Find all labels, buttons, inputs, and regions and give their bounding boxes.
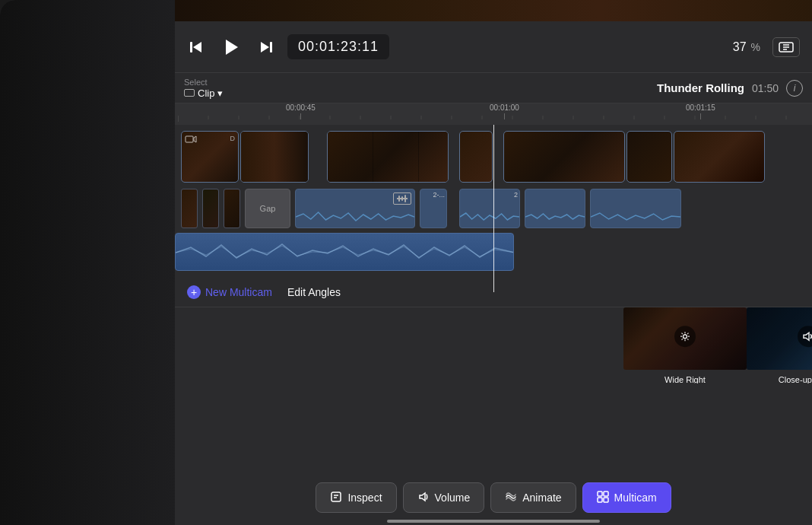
device-frame: 00:01:23:11 37 % Select <box>0 0 812 525</box>
multicam-label: Multicam <box>614 492 657 504</box>
clip-selector[interactable]: Clip ▾ <box>184 88 223 99</box>
timecode-display: 00:01:23:11 <box>287 34 389 59</box>
svg-point-32 <box>684 335 687 339</box>
volume-button[interactable]: Volume <box>403 482 485 513</box>
animate-button[interactable]: Animate <box>490 482 576 513</box>
svg-marker-31 <box>194 136 196 142</box>
zoom-unit: % <box>751 41 760 53</box>
multicam-button[interactable]: Multicam <box>582 482 671 513</box>
animate-icon <box>505 491 517 505</box>
angle-thumbnails: Wide Right Close- <box>623 307 812 383</box>
svg-rect-37 <box>331 492 341 501</box>
edit-angles-label: Edit Angles <box>287 286 341 298</box>
left-panel <box>0 0 175 525</box>
clip-icon <box>184 89 195 97</box>
angle-thumb-wide-right[interactable]: Wide Right <box>623 307 747 383</box>
multicam-clip-2[interactable]: 2-... <box>420 189 447 228</box>
clip-label: Clip <box>198 88 214 99</box>
inspect-label: Inspect <box>347 492 382 504</box>
select-label: Select <box>184 78 223 87</box>
svg-rect-0 <box>190 42 192 52</box>
preview-strip <box>175 0 812 21</box>
track-duration: 01:50 <box>752 82 779 94</box>
video-clip-7[interactable] <box>674 131 765 183</box>
animate-label: Animate <box>522 492 561 504</box>
plus-icon: + <box>187 285 201 299</box>
select-right: Thunder Rolling 01:50 i <box>657 80 803 97</box>
zoom-value: 37 <box>733 40 747 54</box>
track-title: Thunder Rolling <box>657 81 744 94</box>
playback-bar: 00:01:23:11 37 % <box>175 21 812 73</box>
multicam-clip-3[interactable]: 2 <box>459 189 520 228</box>
video-clip-6[interactable] <box>626 131 672 183</box>
svg-marker-1 <box>193 42 201 52</box>
svg-marker-4 <box>261 42 269 52</box>
gap-clip[interactable]: Gap <box>245 189 290 228</box>
inspect-icon <box>330 491 342 505</box>
music-track[interactable] <box>175 233 514 271</box>
zoom-control: 37 % <box>733 40 760 54</box>
svg-rect-41 <box>604 492 608 496</box>
volume-icon <box>417 491 430 505</box>
multicam-clip-5[interactable] <box>590 189 681 228</box>
playback-controls <box>187 35 275 59</box>
skip-forward-button[interactable] <box>257 38 275 56</box>
audio-clip-3[interactable] <box>224 189 240 228</box>
scrollbar[interactable] <box>175 519 812 523</box>
angle-thumb-closeup[interactable]: Close-up Profile <box>747 307 812 383</box>
svg-marker-2 <box>226 40 238 55</box>
bottom-toolbar: Inspect Volume <box>175 478 812 517</box>
svg-rect-43 <box>604 498 608 502</box>
multicam-icon <box>597 491 609 505</box>
audio-clip-2[interactable] <box>202 189 219 228</box>
scroll-thumb[interactable] <box>387 520 600 523</box>
play-button[interactable] <box>219 35 243 59</box>
svg-rect-30 <box>186 136 193 142</box>
angle-label-wide-right: Wide Right <box>665 375 706 383</box>
volume-label: Volume <box>435 492 471 504</box>
video-clip-2[interactable] <box>240 131 309 183</box>
fit-button[interactable] <box>772 37 800 57</box>
svg-rect-40 <box>598 492 602 496</box>
video-gap-2 <box>450 131 458 183</box>
select-left: Select Clip ▾ <box>184 78 223 99</box>
video-gap-3 <box>494 131 502 183</box>
main-content: 00:01:23:11 37 % Select <box>175 0 812 525</box>
skip-back-button[interactable] <box>187 38 205 56</box>
angle-label-closeup: Close-up Profile <box>779 375 812 383</box>
svg-rect-3 <box>270 42 272 52</box>
chevron-down-icon: ▾ <box>217 88 223 99</box>
gap-label: Gap <box>260 204 276 213</box>
inspect-button[interactable]: Inspect <box>316 482 396 513</box>
video-clip-1[interactable]: D <box>181 131 239 183</box>
video-gap <box>310 131 325 183</box>
video-clip-5[interactable] <box>503 131 625 183</box>
timecode-value: 00:01:23:11 <box>298 39 379 54</box>
multicam-clip-4[interactable] <box>525 189 585 228</box>
playhead <box>493 125 494 292</box>
timeline-ruler: 00:00:45 00:01:00 00:01:15 <box>175 103 812 125</box>
new-multicam-label: New Multicam <box>205 286 272 298</box>
audio-clip-1[interactable] <box>181 189 198 228</box>
multicam-clip-1[interactable] <box>295 189 415 228</box>
video-clip-3[interactable] <box>327 131 449 183</box>
info-button[interactable]: i <box>786 80 803 97</box>
new-multicam-button[interactable]: + New Multicam <box>187 285 272 299</box>
video-clip-4[interactable] <box>459 131 493 183</box>
edit-angles-button[interactable]: Edit Angles <box>287 286 341 298</box>
select-bar: Select Clip ▾ Thunder Rolling 01:50 i <box>175 73 812 103</box>
svg-rect-42 <box>598 498 602 502</box>
